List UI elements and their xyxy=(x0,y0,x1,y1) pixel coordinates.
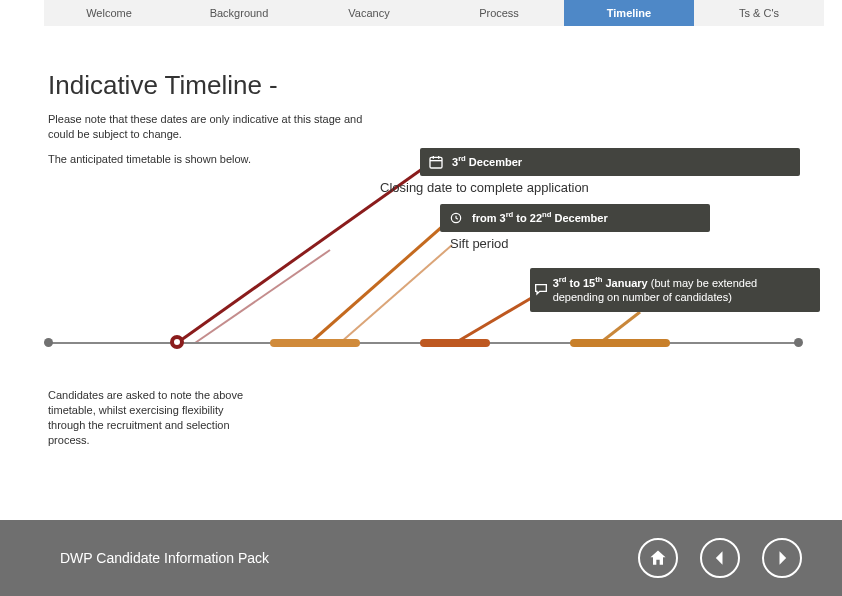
axis-segment-3 xyxy=(570,339,670,347)
intro-p2: The anticipated timetable is shown below… xyxy=(48,152,388,167)
footnote: Candidates are asked to note the above t… xyxy=(48,388,248,447)
axis-segment-2 xyxy=(420,339,490,347)
svg-line-2 xyxy=(310,218,452,343)
tab-vacancy[interactable]: Vacancy xyxy=(304,0,434,26)
clock-icon xyxy=(442,204,470,232)
event-closing-date: 3rd December xyxy=(420,148,800,176)
chat-icon xyxy=(532,276,551,304)
event-sift-date-text: from 3rd to 22nd December xyxy=(472,204,618,231)
tab-tcs[interactable]: Ts & C's xyxy=(694,0,824,26)
intro-text: Please note that these dates are only in… xyxy=(48,112,388,177)
svg-line-1 xyxy=(195,250,330,343)
event-jan-period: 3rd to 15th January (but may be extended… xyxy=(530,268,820,312)
tab-background[interactable]: Background xyxy=(174,0,304,26)
footer: DWP Candidate Information Pack xyxy=(0,520,842,596)
tab-welcome[interactable]: Welcome xyxy=(44,0,174,26)
intro-p1: Please note that these dates are only in… xyxy=(48,112,388,142)
axis-segment-1 xyxy=(270,339,360,347)
axis-node-closing xyxy=(170,335,184,349)
event-sift-period: from 3rd to 22nd December xyxy=(440,204,710,232)
event-sift-label: Sift period xyxy=(450,236,509,251)
tab-process[interactable]: Process xyxy=(434,0,564,26)
footer-nav xyxy=(638,538,802,578)
axis-start-dot xyxy=(44,338,53,347)
event-closing-label: Closing date to complete application xyxy=(380,180,589,195)
calendar-icon xyxy=(422,148,450,176)
event-jan-date-text: 3rd to 15th January (but may be extended… xyxy=(553,269,820,310)
footer-title: DWP Candidate Information Pack xyxy=(60,550,269,566)
tab-timeline[interactable]: Timeline xyxy=(564,0,694,26)
event-closing-date-text: 3rd December xyxy=(452,148,532,175)
home-button[interactable] xyxy=(638,538,678,578)
tab-bar: Welcome Background Vacancy Process Timel… xyxy=(44,0,824,26)
prev-button[interactable] xyxy=(700,538,740,578)
next-button[interactable] xyxy=(762,538,802,578)
svg-rect-6 xyxy=(430,157,442,168)
page-title: Indicative Timeline - xyxy=(48,70,278,101)
axis-end-dot xyxy=(794,338,803,347)
svg-line-3 xyxy=(340,245,452,343)
